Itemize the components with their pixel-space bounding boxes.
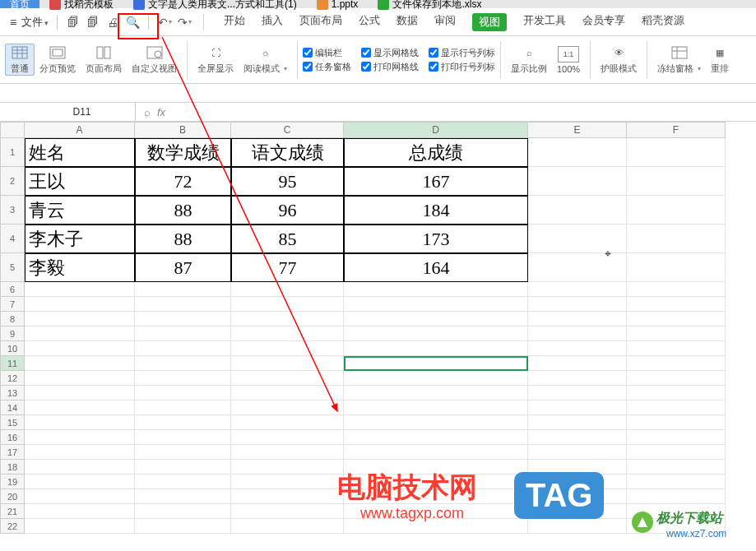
cell[interactable] <box>344 386 528 401</box>
cell[interactable] <box>135 297 231 312</box>
col-header-F[interactable]: F <box>627 122 726 138</box>
cell[interactable] <box>231 312 344 326</box>
cell[interactable] <box>25 356 135 371</box>
cell[interactable] <box>528 415 627 430</box>
col-header-C[interactable]: C <box>231 122 344 138</box>
cell[interactable] <box>627 138 726 167</box>
view-fullscreen[interactable]: ⛶全屏显示 <box>192 44 239 75</box>
row-header[interactable]: 20 <box>0 489 25 504</box>
cell[interactable] <box>135 504 231 519</box>
cell[interactable] <box>25 297 135 312</box>
file-menu[interactable]: 文件▾ <box>21 15 49 30</box>
cell[interactable] <box>528 401 627 415</box>
cell[interactable] <box>135 489 231 504</box>
cell[interactable] <box>344 415 528 430</box>
cell[interactable] <box>135 341 231 356</box>
name-box[interactable]: D11 <box>29 103 136 121</box>
cell[interactable] <box>25 341 135 356</box>
cell[interactable] <box>25 415 135 430</box>
cell[interactable] <box>627 196 726 225</box>
tab-member[interactable]: 会员专享 <box>582 13 625 31</box>
tab-ppt[interactable]: 1.pptx <box>307 0 369 8</box>
formula-input[interactable] <box>174 103 756 121</box>
cell[interactable] <box>25 326 135 341</box>
tab-dev[interactable]: 开发工具 <box>523 13 566 31</box>
cell[interactable] <box>135 445 231 460</box>
view-normal[interactable]: 普通 <box>5 44 35 76</box>
cell[interactable] <box>627 341 726 356</box>
row-header[interactable]: 6 <box>0 282 25 297</box>
cell[interactable] <box>528 326 627 341</box>
cell[interactable] <box>627 371 726 386</box>
tab-xlsx[interactable]: 文件保存到本地.xlsx <box>368 0 491 8</box>
row-header[interactable]: 8 <box>0 312 25 326</box>
cell[interactable] <box>627 356 726 371</box>
row-header[interactable]: 10 <box>0 341 25 356</box>
cell[interactable]: 85 <box>231 225 344 253</box>
cell[interactable] <box>231 356 344 371</box>
cell[interactable] <box>528 282 627 297</box>
redo-icon[interactable]: ↷▾ <box>177 15 192 30</box>
print-icon[interactable]: 🖨 <box>105 15 120 30</box>
cell[interactable] <box>344 401 528 415</box>
tab-doc[interactable]: 文字是人类用表文...方式和工具(1) <box>123 0 307 8</box>
check-task-pane[interactable]: 任务窗格 <box>303 61 351 73</box>
view-page-layout[interactable]: 页面布局 <box>81 44 127 75</box>
cell[interactable]: 95 <box>231 167 344 196</box>
col-header-E[interactable]: E <box>528 122 627 138</box>
cell[interactable] <box>25 430 135 445</box>
cell[interactable] <box>627 415 726 430</box>
cell[interactable] <box>344 326 528 341</box>
cell[interactable] <box>25 475 135 489</box>
cell[interactable] <box>25 460 135 475</box>
print-preview-icon[interactable]: 🔍 <box>125 15 140 30</box>
tab-insert[interactable]: 插入 <box>262 13 283 31</box>
cell[interactable] <box>135 386 231 401</box>
cell[interactable] <box>627 253 726 282</box>
cell[interactable]: 青云 <box>25 196 135 225</box>
cell[interactable] <box>231 386 344 401</box>
cell[interactable] <box>231 519 344 534</box>
tab-template[interactable]: 找稻壳模板 <box>39 0 123 8</box>
cell[interactable] <box>135 519 231 534</box>
check-print-headings[interactable]: 打印行号列标 <box>429 61 495 73</box>
cell[interactable] <box>627 489 726 504</box>
row-header[interactable]: 14 <box>0 401 25 415</box>
tab-page-layout[interactable]: 页面布局 <box>299 13 342 31</box>
tab-resource[interactable]: 稻壳资源 <box>642 13 684 31</box>
cell[interactable] <box>231 401 344 415</box>
view-custom[interactable]: 自定义视图 <box>127 44 182 75</box>
col-header-D[interactable]: D <box>344 122 528 138</box>
tab-formula[interactable]: 公式 <box>359 13 380 31</box>
cell[interactable] <box>135 460 231 475</box>
zoom-button[interactable]: ⌕显示比例 <box>506 44 552 75</box>
cell[interactable] <box>135 401 231 415</box>
col-header-B[interactable]: B <box>135 122 231 138</box>
cell[interactable]: 173 <box>344 225 528 253</box>
cell[interactable] <box>627 401 726 415</box>
cell[interactable] <box>135 371 231 386</box>
cell[interactable] <box>344 445 528 460</box>
cell[interactable]: 李毅 <box>25 253 135 282</box>
freeze-panes[interactable]: 冻结窗格▾ <box>652 44 706 75</box>
cell[interactable] <box>528 297 627 312</box>
col-header-A[interactable]: A <box>25 122 135 138</box>
cell[interactable] <box>231 475 344 489</box>
cell[interactable] <box>344 312 528 326</box>
row-header[interactable]: 16 <box>0 430 25 445</box>
cell[interactable] <box>528 430 627 445</box>
tab-review[interactable]: 审阅 <box>434 13 456 31</box>
cell[interactable] <box>135 415 231 430</box>
cell[interactable] <box>627 167 726 196</box>
row-header[interactable]: 13 <box>0 386 25 401</box>
row-header[interactable]: 9 <box>0 326 25 341</box>
row-header[interactable]: 7 <box>0 297 25 312</box>
row-header[interactable]: 15 <box>0 415 25 430</box>
check-show-headings[interactable]: 显示行号列标 <box>429 47 495 59</box>
cell[interactable]: 184 <box>344 196 528 225</box>
cell[interactable] <box>528 341 627 356</box>
cell[interactable] <box>627 445 726 460</box>
cell[interactable]: 164 <box>344 253 528 282</box>
cell[interactable] <box>231 371 344 386</box>
view-page-break[interactable]: 分页预览 <box>35 44 81 75</box>
